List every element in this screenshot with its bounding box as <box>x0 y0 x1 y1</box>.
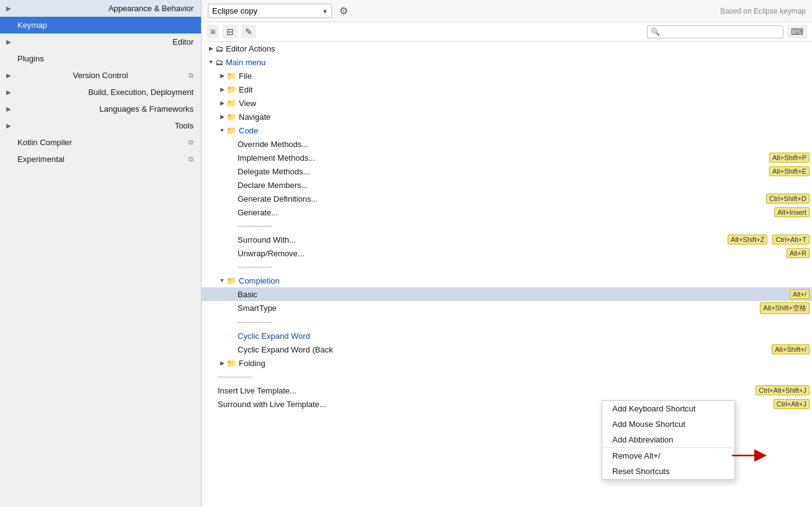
navigate-icon: 📁 <box>226 112 236 122</box>
edit-label: Edit <box>239 85 252 94</box>
tree-row-implement-methods[interactable]: Implement Methods... Alt+Shift+P <box>202 151 812 164</box>
tree-row-folding[interactable]: ▶ 📁 Folding <box>202 356 812 370</box>
ctx-add-abbreviation[interactable]: Add Abbreviation <box>602 432 734 447</box>
tree-row-view[interactable]: ▶ 📁 View <box>202 96 812 110</box>
completion-label: Completion <box>239 276 280 285</box>
main-menu-label: Main menu <box>226 58 265 67</box>
code-toggle[interactable]: ▼ <box>218 127 226 133</box>
search-icon: 🔍 <box>651 27 660 36</box>
sidebar-item-keymap[interactable]: Keymap <box>0 17 201 34</box>
tree-row-basic[interactable]: Basic Alt+/ <box>202 287 812 301</box>
sidebar-item-tools[interactable]: ▶ Tools <box>0 117 201 134</box>
tree-row-unwrap-remove[interactable]: Unwrap/Remove... Alt+R <box>202 246 812 260</box>
tree-row-insert-live-template[interactable]: Insert Live Template... Ctrl+Alt+Shift+J <box>202 384 812 397</box>
sidebar-item-kotlin[interactable]: Kotlin Compiler ⧉ <box>0 134 201 151</box>
sidebar-item-appearance[interactable]: ▶ Appearance & Behavior <box>0 0 201 17</box>
file-toggle[interactable]: ▶ <box>218 73 226 79</box>
gear-icon[interactable]: ⚙ <box>337 4 350 18</box>
surround-live-template-shortcuts: Ctrl+Alt+J <box>771 399 810 409</box>
cyclic-expand-word-back-shortcuts: Alt+Shift+/ <box>769 344 810 354</box>
context-menu: Add Keyboard Shortcut Add Mouse Shortcut… <box>602 400 735 480</box>
generate-label: Generate... <box>238 208 278 217</box>
tree-row-smarttype[interactable]: SmartType Alt+Shift+空格 <box>202 301 812 315</box>
tree-row-file[interactable]: ▶ 📁 File <box>202 69 812 83</box>
tree-row-edit[interactable]: ▶ 📁 Edit <box>202 83 812 96</box>
collapse-all-button[interactable]: ⊟ <box>223 25 238 38</box>
main-menu-toggle[interactable]: ▼ <box>207 59 215 65</box>
sidebar-item-plugins-label: Plugins <box>17 54 44 63</box>
folding-label: Folding <box>239 359 265 368</box>
shortcut-ctrl-alt-t: Ctrl+Alt+T <box>772 235 810 245</box>
tree-row-completion[interactable]: ▼ 📁 Completion <box>202 274 812 287</box>
ctx-reset-shortcuts[interactable]: Reset Shortcuts <box>602 464 734 479</box>
editor-actions-toggle[interactable]: ▶ <box>207 45 215 52</box>
code-label: Code <box>239 126 258 135</box>
tree-row-generate-definitions[interactable]: Generate Definitions... Ctrl+Shift+D <box>202 192 812 205</box>
tree-row-editor-actions[interactable]: ▶ 🗂 Editor Actions <box>202 42 812 55</box>
view-toggle[interactable]: ▶ <box>218 100 226 106</box>
shortcut-alt-slash: Alt+/ <box>790 289 810 299</box>
tree-row-surround-with[interactable]: Surround With... Alt+Shift+Z Ctrl+Alt+T <box>202 233 812 246</box>
tree-row-main-menu[interactable]: ▼ 🗂 Main menu <box>202 55 812 69</box>
edit-icon: 📁 <box>226 85 236 94</box>
ctx-add-keyboard-shortcut[interactable]: Add Keyboard Shortcut <box>602 401 734 416</box>
cyclic-expand-word-back-label: Cyclic Expand Word (Back <box>238 345 333 354</box>
completion-toggle[interactable]: ▼ <box>218 277 226 284</box>
folding-icon: 📁 <box>226 359 236 368</box>
delegate-methods-label: Delegate Methods... <box>238 167 310 176</box>
keymap-select-wrapper: Eclipse copy ▼ <box>208 4 332 18</box>
tree-row-override-methods[interactable]: Override Methods... <box>202 137 812 151</box>
tree-row-navigate[interactable]: ▶ 📁 Navigate <box>202 110 812 123</box>
tree-row-declare-members[interactable]: Declare Members... <box>202 178 812 192</box>
surround-with-label: Surround With... <box>238 235 296 245</box>
sidebar-item-kotlin-label: Kotlin Compiler <box>17 138 72 147</box>
separator-3: -------------- <box>238 318 272 326</box>
navigate-toggle[interactable]: ▶ <box>218 114 226 120</box>
edit-button[interactable]: ✎ <box>241 25 256 38</box>
sidebar-item-plugins[interactable]: Plugins <box>0 50 201 67</box>
surround-live-template-label: Surround with Live Template... <box>218 400 326 409</box>
separator-2: -------------- <box>238 262 272 271</box>
declare-members-label: Declare Members... <box>238 181 308 190</box>
sidebar-item-experimental[interactable]: Experimental ⧉ <box>0 151 201 168</box>
view-label: View <box>239 99 256 108</box>
sidebar-item-version-control[interactable]: ▶ Version Control ⧉ <box>0 67 201 84</box>
insert-live-template-label: Insert Live Template... <box>218 386 297 395</box>
tree-row-sep3: -------------- <box>202 315 812 329</box>
sidebar-item-editor[interactable]: ▶ Editor <box>0 34 201 50</box>
folding-toggle[interactable]: ▶ <box>218 360 226 366</box>
arrow-indicator <box>732 447 769 466</box>
experimental-copy-icon: ⧉ <box>189 155 194 163</box>
ctx-add-mouse-shortcut[interactable]: Add Mouse Shortcut <box>602 416 734 432</box>
tree-row-sep1: -------------- <box>202 219 812 233</box>
tree-row-generate[interactable]: Generate... Alt+Insert <box>202 205 812 219</box>
shortcut-alt-insert: Alt+Insert <box>774 207 810 217</box>
edit-toggle[interactable]: ▶ <box>218 86 226 92</box>
expand-all-button[interactable]: ≡ <box>207 25 219 38</box>
shortcut-alt-shift-p: Alt+Shift+P <box>769 153 810 163</box>
tree-row-code[interactable]: ▼ 📁 Code <box>202 123 812 137</box>
search-input[interactable] <box>663 27 780 37</box>
sidebar-item-languages-label: Languages & Frameworks <box>99 104 194 114</box>
ctx-remove-alt[interactable]: Remove Alt+/ <box>602 447 734 464</box>
tree-row-cyclic-expand-word[interactable]: Cyclic Expand Word <box>202 329 812 343</box>
navigate-label: Navigate <box>239 112 270 122</box>
completion-icon: 📁 <box>226 276 236 285</box>
sidebar-item-languages[interactable]: ▶ Languages & Frameworks <box>0 101 201 117</box>
find-shortcuts-button[interactable]: ⌨ <box>787 25 807 38</box>
tree-row-delegate-methods[interactable]: Delegate Methods... Alt+Shift+E <box>202 164 812 178</box>
basic-label: Basic <box>238 290 257 299</box>
shortcut-alt-shift-z: Alt+Shift+Z <box>728 235 767 245</box>
sidebar-item-editor-label: Editor <box>172 37 194 47</box>
shortcut-ctrl-alt-j: Ctrl+Alt+J <box>774 399 810 409</box>
editor-actions-label: Editor Actions <box>226 44 275 53</box>
insert-live-template-shortcuts: Ctrl+Alt+Shift+J <box>753 385 810 395</box>
build-arrow-icon: ▶ <box>6 89 11 96</box>
search-box: 🔍 <box>647 25 783 38</box>
keymap-select[interactable]: Eclipse copy <box>208 4 332 18</box>
tree-row-cyclic-expand-word-back[interactable]: Cyclic Expand Word (Back Alt+Shift+/ <box>202 343 812 356</box>
code-icon: 📁 <box>226 126 236 135</box>
shortcut-alt-shift-e: Alt+Shift+E <box>769 166 810 176</box>
tree-row-sep2: -------------- <box>202 260 812 274</box>
sidebar-item-build[interactable]: ▶ Build, Execution, Deployment <box>0 84 201 101</box>
